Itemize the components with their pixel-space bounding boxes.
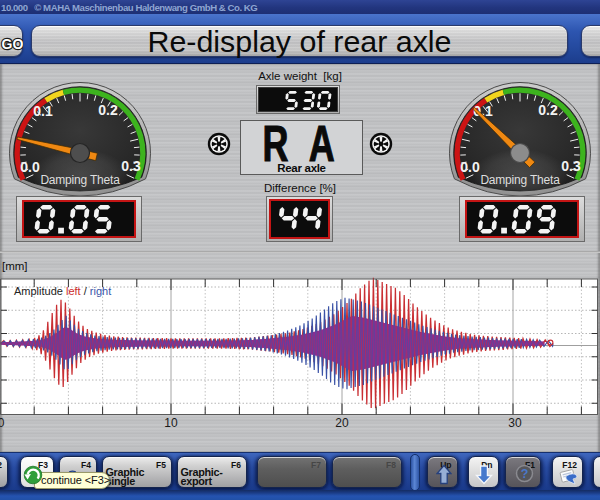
svg-text:0.3: 0.3 — [561, 158, 581, 174]
svg-text:0.0: 0.0 — [460, 159, 480, 175]
svg-text:GO: GO — [2, 36, 23, 52]
svg-text:?: ? — [521, 467, 529, 481]
svg-text:0.2: 0.2 — [98, 102, 118, 118]
svg-text:0.1: 0.1 — [33, 103, 53, 119]
svg-text:0.2: 0.2 — [538, 102, 558, 118]
svg-text:0.0: 0.0 — [20, 159, 40, 175]
svg-text:0.3: 0.3 — [121, 158, 141, 174]
